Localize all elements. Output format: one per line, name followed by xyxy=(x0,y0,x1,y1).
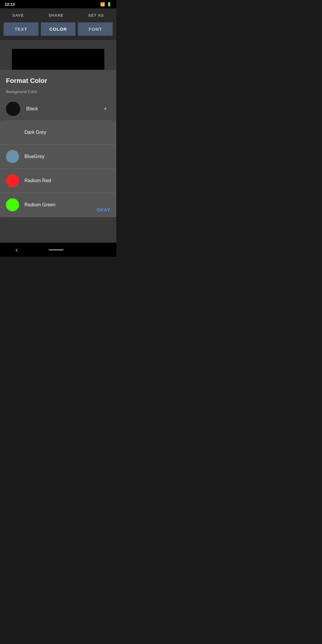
dialog-overlay: Format Color Background Color Black ▼ Da… xyxy=(0,70,116,243)
color-swatch-radium-red xyxy=(6,174,19,187)
dialog-title: Format Color xyxy=(6,77,110,85)
section-label: Background Color xyxy=(6,89,110,94)
dropdown-item-blue-grey[interactable]: BlueGrey xyxy=(0,145,116,169)
dropdown-popup: Dark Grey BlueGrey Radium Red Radium Gre… xyxy=(0,120,116,217)
share-button[interactable]: SHARE xyxy=(45,12,67,19)
color-list-top: Black ▼ xyxy=(6,97,110,120)
status-icons: 📶 🔋 xyxy=(100,2,112,7)
color-swatch-dark-grey xyxy=(6,126,19,139)
chevron-down-icon: ▼ xyxy=(103,106,107,111)
back-button[interactable]: ‹ xyxy=(16,246,18,253)
battery-icon: 🔋 xyxy=(107,2,112,7)
preview-area xyxy=(0,40,116,70)
list-item[interactable]: Black ▼ xyxy=(6,97,110,120)
tab-color[interactable]: COLOR xyxy=(41,22,76,36)
dropdown-item-radium-red[interactable]: Radium Red xyxy=(0,169,116,193)
nav-bar: ‹ xyxy=(0,243,116,257)
color-name-radium-red: Radium Red xyxy=(24,178,51,183)
preview-box xyxy=(12,49,104,70)
okay-button[interactable]: OKAY xyxy=(97,202,110,217)
format-color-dialog: Format Color Background Color Black ▼ Da… xyxy=(0,70,116,120)
color-name-dark-grey: Dark Grey xyxy=(24,130,46,135)
tab-bar: TEXT COLOR FONT xyxy=(0,22,116,40)
dropdown-item-dark-grey[interactable]: Dark Grey xyxy=(0,120,116,145)
tab-text[interactable]: TEXT xyxy=(4,22,38,36)
color-name-radium-green: Radium Green xyxy=(24,202,55,208)
color-name-black-top: Black xyxy=(26,106,38,112)
status-time: 12:13 xyxy=(5,2,15,7)
color-name-blue-grey: BlueGrey xyxy=(24,154,44,159)
signal-icon: 📶 xyxy=(100,2,105,7)
status-bar: 12:13 📶 🔋 xyxy=(0,0,116,8)
color-swatch-blue-grey xyxy=(6,150,19,163)
color-swatch-radium-green xyxy=(6,198,19,211)
top-action-bar: SAVE SHARE SET AS xyxy=(0,8,116,22)
save-button[interactable]: SAVE xyxy=(9,12,27,19)
set-as-button[interactable]: SET AS xyxy=(85,12,107,19)
color-swatch-black-top xyxy=(6,102,20,116)
home-indicator xyxy=(49,249,64,250)
tab-font[interactable]: FONT xyxy=(78,22,113,36)
